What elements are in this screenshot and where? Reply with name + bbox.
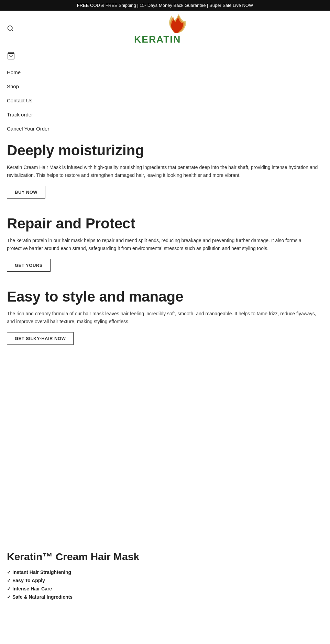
product-title: Keratin™ Cream Hair Mask [7,551,323,563]
nav-cancel[interactable]: Cancel Your Order [7,122,323,136]
nav-track[interactable]: Track order [7,108,323,122]
logo-flame [155,14,196,36]
feature-list: Instant Hair Straightening Easy To Apply… [7,569,323,600]
nav-home[interactable]: Home [7,65,323,79]
nav-shop[interactable]: Shop [7,79,323,93]
svg-point-0 [8,26,12,30]
section-2-title: Repair and Protect [7,216,323,231]
nav-contact[interactable]: Contact Us [7,93,323,108]
product-info: Keratin™ Cream Hair Mask Instant Hair St… [0,541,330,609]
section-3-body: The rich and creamy formula of our hair … [7,310,323,325]
get-silky-button[interactable]: GET Silky-hair now [7,332,74,345]
svg-line-1 [12,30,13,31]
feature-2: Easy To Apply [7,578,323,583]
section-style: Easy to style and manage The rich and cr… [7,289,323,359]
cart-icon[interactable] [7,52,15,62]
banner-text: FREE COD & FREE Shipping | 15- Days Mone… [77,3,253,8]
logo-text: KERATIN [134,35,181,44]
feature-4: Safe & Natural Ingredients [7,594,323,600]
product-image-area [0,362,330,541]
feature-1: Instant Hair Straightening [7,569,323,575]
section-moisturizing: Deeply moisturizing Keratin Cream Hair M… [7,143,323,212]
search-icon[interactable] [7,25,14,34]
section-1-body: Keratin Cream Hair Mask is infused with … [7,163,323,179]
section-repair: Repair and Protect The keratin protein i… [7,216,323,285]
buy-now-button[interactable]: BUY NOW [7,186,45,199]
main-content: Deeply moisturizing Keratin Cream Hair M… [0,136,330,359]
section-2-body: The keratin protein in our hair mask hel… [7,237,323,252]
header: KERATIN [0,11,330,48]
cart-row [0,48,330,65]
section-3-title: Easy to style and manage [7,289,323,305]
feature-3: Intense Hair Care [7,586,323,591]
top-banner: FREE COD & FREE Shipping | 15- Days Mone… [0,0,330,11]
logo[interactable]: KERATIN [134,14,196,44]
section-1-title: Deeply moisturizing [7,143,323,158]
get-yours-button[interactable]: GET YOURS [7,259,51,272]
navigation: Home Shop Contact Us Track order Cancel … [0,65,330,136]
